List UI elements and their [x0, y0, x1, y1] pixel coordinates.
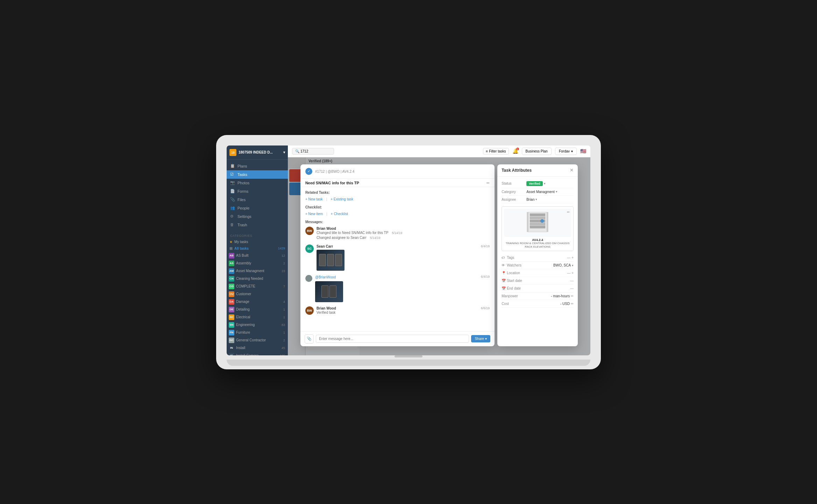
modal-overlay: ✓ #1712 | @BWO | AV4.2.4 Need SN/MAC inf…	[288, 157, 590, 355]
checklist-links: + New item | + Checklist	[305, 212, 490, 216]
share-button[interactable]: Share ▾	[471, 335, 490, 342]
cost-action[interactable]: - USD ✏	[560, 302, 574, 306]
star-icon: ★	[229, 240, 233, 244]
category-cn[interactable]: CN Cleaning Needed	[227, 275, 288, 283]
sidebar-item-files[interactable]: 📎 Files	[227, 196, 288, 204]
cost-edit-icon[interactable]: ✏	[571, 302, 574, 306]
new-item-link[interactable]: + New item	[305, 212, 323, 216]
diagram-box[interactable]: ✏ AV4.2.4 TRAINING ROOM & CENTRALIZED DM…	[502, 206, 574, 251]
assignee-selector[interactable]: Brian ▾	[526, 198, 537, 201]
category-fn[interactable]: FN Furniture 1	[227, 329, 288, 336]
sidebar-item-plans[interactable]: 📋 Plans	[227, 162, 288, 170]
tasks-icon: ☑	[230, 172, 235, 177]
message-text: Changed title to Need SN/MAC info for th…	[317, 230, 388, 235]
message-image-1[interactable]	[317, 250, 344, 271]
assignee-chevron-icon[interactable]: ▾	[535, 198, 537, 201]
message-image-2[interactable]	[315, 281, 343, 302]
cost-value: - USD	[560, 302, 570, 306]
manpower-edit-icon[interactable]: ✏	[571, 294, 574, 298]
diagram-edit-icon[interactable]: ✏	[567, 210, 570, 214]
manpower-action[interactable]: - man-hours ✏	[551, 294, 574, 298]
attr-body: Status Verified ▾ Category	[497, 177, 578, 346]
category-as[interactable]: AS Assembly 2	[227, 260, 288, 267]
close-button[interactable]: ✕	[570, 168, 574, 172]
category-en[interactable]: EN Engineering 83	[227, 321, 288, 329]
end-date-action[interactable]: —	[570, 286, 574, 290]
user-menu[interactable]: Fordav ▾	[555, 148, 577, 155]
task-links: + New task | + Existing task	[305, 197, 490, 201]
start-date-action[interactable]: —	[570, 279, 574, 283]
category-ec[interactable]: EC Electrical 1	[227, 313, 288, 321]
sidebar-item-people[interactable]: 👥 People	[227, 204, 288, 212]
all-tasks-item[interactable]: ⊞ All tasks 1429	[227, 245, 288, 252]
watchers-label: Watchers	[507, 263, 553, 267]
notification-button[interactable]: 🔔 1	[512, 148, 518, 154]
sidebar-item-trash[interactable]: 🗑 Trash	[227, 221, 288, 229]
location-icon: 📍 Location	[502, 271, 524, 275]
category-selector[interactable]: Asset Managment ▾	[526, 190, 557, 194]
watchers-chevron-icon[interactable]: ▾	[572, 264, 574, 267]
category-in[interactable]: IN Install 45	[227, 344, 288, 352]
sidebar-header[interactable]: 18 1807509 INDEED D... ▾	[227, 145, 288, 160]
attr-row-manpower: Manpower - man-hours ✏	[502, 292, 574, 300]
sidebar-item-settings[interactable]: ⚙ Settings	[227, 212, 288, 221]
attr-row-watchers: 👁 Watchers BWO, SCA ▾	[502, 262, 574, 269]
diagram-title: TRAINING ROOM & CENTRALIZED DM CHASSIS R…	[504, 242, 571, 249]
category-ab[interactable]: AB AS Built 12	[227, 252, 288, 260]
attr-row-assignee: Assignee Brian ▾	[502, 196, 574, 204]
status-selector[interactable]: Verified ▾	[526, 181, 546, 186]
category-label: Category	[502, 190, 524, 194]
filter-tasks-button[interactable]: ≡ Filter tasks	[483, 148, 509, 155]
message-item: BW Brian Wood 6/6/19 Verified task	[305, 306, 490, 315]
sidebar-item-tasks[interactable]: ☑ Tasks	[227, 170, 288, 179]
grid-icon: ⊞	[229, 246, 233, 251]
task-verified-icon: ✓	[305, 168, 312, 175]
flag-icon[interactable]: 🇺🇸	[580, 148, 586, 154]
sidebar-item-forms[interactable]: 📄 Forms	[227, 187, 288, 196]
diagram-visual: ✏	[504, 209, 571, 237]
location-edit-icon[interactable]: +	[571, 271, 574, 275]
existing-task-link[interactable]: + Existing task	[331, 197, 353, 201]
edit-title-icon[interactable]: ✏	[486, 181, 490, 185]
message-input[interactable]	[316, 335, 469, 343]
modal-container: ✓ #1712 | @BWO | AV4.2.4 Need SN/MAC inf…	[300, 164, 578, 346]
watchers-selector[interactable]: BWO, SCA ▾	[553, 263, 574, 267]
category-cu[interactable]: CU Customer	[227, 290, 288, 298]
manpower-value: - man-hours	[551, 294, 570, 298]
category-am[interactable]: AM Asset Managment 23	[227, 267, 288, 275]
message-item: @BrianWood 6/4/19	[305, 275, 490, 302]
search-box[interactable]: 🔍	[292, 148, 334, 155]
sidebar-item-photos[interactable]: 📷 Photos	[227, 179, 288, 187]
new-task-link[interactable]: + New task	[305, 197, 323, 201]
chevron-down-icon[interactable]: ▾	[283, 150, 285, 154]
assignee-value: Brian	[526, 198, 534, 201]
task-detail-modal: ✓ #1712 | @BWO | AV4.2.4 Need SN/MAC inf…	[300, 164, 495, 346]
svg-rect-4	[530, 223, 545, 225]
category-ic[interactable]: IC Install Camera 105	[227, 352, 288, 355]
tags-action[interactable]: — +	[567, 256, 574, 260]
category-da[interactable]: DA Damage 4	[227, 298, 288, 306]
status-chevron-icon[interactable]: ▾	[544, 182, 546, 185]
messages-label: Messages:	[305, 220, 490, 224]
category-co[interactable]: CO COMPLETE 7	[227, 283, 288, 290]
notification-count: 1	[516, 148, 519, 150]
checklist-link[interactable]: + Checklist	[331, 212, 348, 216]
svg-rect-2	[530, 216, 545, 219]
category-chevron-icon[interactable]: ▾	[556, 190, 557, 193]
message-text: Verified task	[317, 311, 335, 314]
tags-edit-icon[interactable]: +	[571, 256, 574, 260]
forms-icon: 📄	[230, 189, 235, 194]
manpower-label: Manpower	[502, 294, 524, 298]
attr-row-category: Category Asset Managment ▾	[502, 188, 574, 196]
topbar-right: ≡ Filter tasks 🔔 1 Business Plan Fordav	[483, 148, 586, 155]
my-tasks-item[interactable]: ★ My tasks	[227, 239, 288, 245]
main-content: 🔍 ≡ Filter tasks 🔔 1	[288, 145, 590, 355]
message-text: Changed assignee to Sean Carr	[317, 235, 367, 240]
category-gc[interactable]: GC General Contractor 2	[227, 336, 288, 344]
tag-icon: 🏷	[502, 256, 505, 260]
category-de[interactable]: DE Detailing 1	[227, 306, 288, 313]
search-input[interactable]	[300, 149, 321, 153]
plan-selector[interactable]: Business Plan	[522, 148, 552, 155]
location-action[interactable]: — +	[567, 271, 574, 275]
attach-button[interactable]: 📎	[305, 334, 314, 343]
